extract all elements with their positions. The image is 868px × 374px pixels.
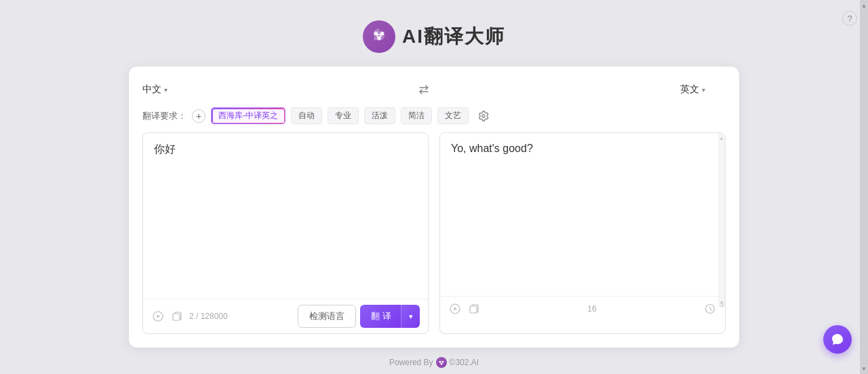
app-title: AI翻译大师 <box>402 24 505 50</box>
translation-panels: 你好 2 / 128000 <box>142 132 726 334</box>
target-footer-right <box>703 302 717 316</box>
target-language-select[interactable]: 英文 ▾ <box>680 83 705 96</box>
char-count: 2 / 128000 <box>189 312 228 321</box>
history-button[interactable] <box>703 302 717 316</box>
footer-logo-icon <box>436 357 447 368</box>
style-tag-simple[interactable]: 简洁 <box>401 107 432 124</box>
source-copy-button[interactable] <box>170 310 184 323</box>
target-panel-footer: 16 <box>440 296 725 321</box>
language-bar: 中文 ▾ 英文 ▾ <box>142 80 726 99</box>
scroll-up-arrow[interactable]: ▲ <box>718 133 725 143</box>
svg-marker-9 <box>454 307 458 311</box>
footer-logo-svg <box>438 359 445 366</box>
page-footer: Powered By ©302.AI <box>0 357 868 368</box>
svg-point-13 <box>441 361 443 363</box>
chat-icon <box>830 332 845 347</box>
header: AI翻译大师 <box>0 0 868 67</box>
powered-by-text: Powered By <box>389 358 433 367</box>
target-text: Yo, what's good? <box>451 143 533 154</box>
translate-button[interactable]: 翻 译 <box>360 305 402 328</box>
style-tag-xihaipu[interactable]: 西海库-中译英之 <box>211 107 285 124</box>
source-footer-right: 检测语言 翻 译 ▾ <box>298 305 420 328</box>
copy-icon <box>172 311 182 322</box>
svg-point-14 <box>440 363 442 365</box>
svg-rect-10 <box>470 306 477 313</box>
resize-icon <box>719 301 724 307</box>
svg-line-6 <box>720 303 724 307</box>
gear-icon <box>478 111 489 121</box>
style-bar: 翻译要求： + 西海库-中译英之 自动 专业 活泼 简洁 文艺 <box>142 107 726 124</box>
source-panel-footer: 2 / 128000 检测语言 翻 译 ▾ <box>143 299 428 333</box>
logo-area: AI翻译大师 <box>363 20 505 53</box>
style-settings-button[interactable] <box>475 108 492 124</box>
source-language-select[interactable]: 中文 ▾ <box>142 83 167 96</box>
source-footer-left: 2 / 128000 <box>151 310 228 323</box>
footer-brand-text: ©302.AI <box>450 358 479 367</box>
svg-rect-5 <box>173 314 180 320</box>
target-language-chevron: ▾ <box>702 86 705 94</box>
page-scroll-down[interactable]: ▼ <box>860 363 868 374</box>
word-count: 16 <box>587 304 596 314</box>
source-play-button[interactable] <box>151 310 165 323</box>
svg-marker-4 <box>157 315 161 318</box>
target-copy-button[interactable] <box>467 302 481 316</box>
style-bar-label: 翻译要求： <box>142 110 186 122</box>
svg-point-12 <box>439 361 441 363</box>
target-play-icon <box>450 303 460 314</box>
source-panel: 你好 2 / 128000 <box>142 132 429 334</box>
app-logo-icon <box>363 20 395 53</box>
page-scrollbar[interactable]: ▲ ▼ <box>860 0 868 374</box>
style-tag-lively[interactable]: 活泼 <box>364 107 395 124</box>
play-icon <box>153 311 163 322</box>
language-swap-button[interactable] <box>167 80 680 99</box>
source-textarea[interactable]: 你好 <box>143 133 428 296</box>
target-scrollbar[interactable]: ▲ ▼ <box>718 133 725 307</box>
page-scroll-up[interactable]: ▲ <box>860 0 868 11</box>
style-tag-literary[interactable]: 文艺 <box>437 107 469 124</box>
logo-svg <box>370 27 389 46</box>
main-card: ? 中文 ▾ 英文 ▾ 翻译要求： + 西海库-中译英之 自动 专业 活泼 简洁… <box>129 67 739 348</box>
target-language-label: 英文 <box>680 83 699 96</box>
history-icon <box>705 303 715 314</box>
target-play-button[interactable] <box>448 302 462 316</box>
target-output: Yo, what's good? <box>440 133 725 296</box>
detect-language-button[interactable]: 检测语言 <box>298 305 356 328</box>
svg-line-7 <box>722 305 724 307</box>
swap-icon <box>418 85 430 94</box>
add-style-button[interactable]: + <box>192 109 205 123</box>
target-copy-icon <box>469 303 479 314</box>
source-language-label: 中文 <box>142 83 161 96</box>
style-tag-professional[interactable]: 专业 <box>328 107 359 124</box>
resize-handle[interactable] <box>718 301 725 307</box>
help-icon[interactable]: ? <box>842 11 857 26</box>
style-tag-auto[interactable]: 自动 <box>291 107 322 124</box>
translate-group: 翻 译 ▾ <box>360 305 420 328</box>
target-panel: Yo, what's good? ▲ ▼ <box>439 132 726 334</box>
translate-dropdown-button[interactable]: ▾ <box>401 305 420 328</box>
chat-fab-button[interactable] <box>823 325 852 354</box>
